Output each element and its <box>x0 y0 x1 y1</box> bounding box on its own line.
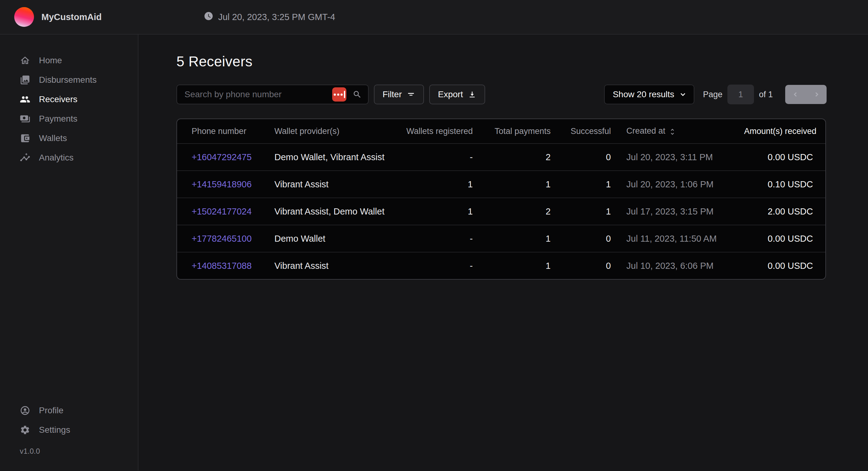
cell-created_at: Jul 11, 2023, 11:50 AM <box>611 225 744 252</box>
cell-wallets_registered: 1 <box>404 170 473 198</box>
cell-phone: +16047292475 <box>177 143 274 170</box>
cell-wallets_registered: 1 <box>404 198 473 225</box>
cell-amount: 0.00 USDC <box>744 252 826 279</box>
cell-providers: Vibrant Assist, Demo Wallet <box>274 198 404 225</box>
table-row: +14159418906Vibrant Assist111Jul 20, 202… <box>177 170 826 198</box>
cell-providers: Demo Wallet, Vibrant Assist <box>274 143 404 170</box>
receiver-phone-link[interactable]: +14085317088 <box>192 261 251 271</box>
cell-successful: 1 <box>551 170 611 198</box>
column-header-total-payments: Total payments <box>473 119 551 143</box>
filter-button[interactable]: Filter <box>374 85 424 104</box>
cell-total_payments: 1 <box>473 170 551 198</box>
sidebar: Home Disbursements Receivers Payments Wa… <box>0 35 138 470</box>
cell-created_at: Jul 20, 2023, 1:06 PM <box>611 170 744 198</box>
cell-phone: +14085317088 <box>177 252 274 279</box>
cell-wallets_registered: - <box>404 225 473 252</box>
receiver-phone-link[interactable]: +15024177024 <box>192 206 251 216</box>
app-logo <box>14 7 34 27</box>
cell-created_at: Jul 10, 2023, 6:06 PM <box>611 252 744 279</box>
cell-phone: +14159418906 <box>177 170 274 198</box>
brand-name: MyCustomAid <box>41 12 102 22</box>
chevron-down-icon <box>679 91 687 98</box>
sidebar-item-home[interactable]: Home <box>0 51 138 70</box>
payments-icon <box>19 113 31 125</box>
cell-providers: Vibrant Assist <box>274 170 404 198</box>
cell-successful: 1 <box>551 198 611 225</box>
cell-providers: Vibrant Assist <box>274 252 404 279</box>
cell-successful: 0 <box>551 225 611 252</box>
cell-created_at: Jul 20, 2023, 3:11 PM <box>611 143 744 170</box>
sidebar-item-payments[interactable]: Payments <box>0 109 138 128</box>
cell-total_payments: 1 <box>473 225 551 252</box>
search-icon[interactable] <box>352 90 362 99</box>
filter-button-label: Filter <box>382 90 402 99</box>
receiver-phone-link[interactable]: +16047292475 <box>192 152 251 162</box>
show-results-select[interactable]: Show 20 results <box>604 85 694 104</box>
export-button[interactable]: Export <box>429 85 485 104</box>
export-button-label: Export <box>438 90 463 99</box>
sidebar-item-wallets[interactable]: Wallets <box>0 128 138 148</box>
cell-successful: 0 <box>551 252 611 279</box>
download-icon <box>468 90 476 99</box>
receivers-table: Phone number Wallet provider(s) Wallets … <box>177 119 826 280</box>
sidebar-item-profile[interactable]: Profile <box>0 401 138 420</box>
sidebar-item-label: Analytics <box>39 153 73 163</box>
prev-page-button[interactable] <box>785 85 806 104</box>
cell-successful: 0 <box>551 143 611 170</box>
receiver-phone-link[interactable]: +17782465100 <box>192 234 251 243</box>
cell-total_payments: 2 <box>473 198 551 225</box>
app-version: v1.0.0 <box>0 447 138 456</box>
table-row: +15024177024Vibrant Assist, Demo Wallet1… <box>177 198 826 225</box>
receiver-phone-link[interactable]: +14159418906 <box>192 179 251 189</box>
timestamp-text: Jul 20, 2023, 3:25 PM GMT-4 <box>218 12 335 22</box>
sidebar-item-label: Disbursements <box>39 75 97 85</box>
clock-icon <box>204 11 214 23</box>
column-header-providers: Wallet provider(s) <box>274 119 404 143</box>
search-box <box>177 85 369 104</box>
cell-total_payments: 2 <box>473 143 551 170</box>
column-header-phone: Phone number <box>177 119 274 143</box>
sidebar-item-receivers[interactable]: Receivers <box>0 90 138 109</box>
sidebar-item-disbursements[interactable]: Disbursements <box>0 70 138 90</box>
show-results-label: Show 20 results <box>613 90 674 99</box>
sidebar-item-label: Receivers <box>39 95 77 104</box>
home-icon <box>19 55 31 66</box>
table-row: +17782465100Demo Wallet-10Jul 11, 2023, … <box>177 225 826 252</box>
search-input[interactable] <box>184 89 332 100</box>
settings-gear-icon <box>19 424 31 436</box>
disbursements-icon <box>19 74 31 86</box>
cell-providers: Demo Wallet <box>274 225 404 252</box>
page-count-label: of 1 <box>759 90 773 99</box>
chevron-right-icon <box>813 91 820 98</box>
cell-wallets_registered: - <box>404 143 473 170</box>
cell-amount: 2.00 USDC <box>744 198 826 225</box>
sidebar-item-analytics[interactable]: Analytics <box>0 148 138 167</box>
sidebar-item-label: Profile <box>39 406 63 415</box>
main-content: 5 Receivers Filter Export Show 20 result… <box>138 35 868 470</box>
column-header-successful: Successful <box>551 119 611 143</box>
toolbar: Filter Export Show 20 results Page of 1 <box>177 85 827 104</box>
sidebar-item-settings[interactable]: Settings <box>0 420 138 439</box>
page-title: 5 Receivers <box>177 53 827 70</box>
sidebar-footer: Profile Settings v1.0.0 <box>0 401 138 456</box>
table-body: +16047292475Demo Wallet, Vibrant Assist-… <box>177 143 826 279</box>
topbar: MyCustomAid Jul 20, 2023, 3:25 PM GMT-4 <box>0 0 868 35</box>
column-header-created-at[interactable]: Created at <box>611 119 744 143</box>
next-page-button[interactable] <box>806 85 827 104</box>
sidebar-item-label: Wallets <box>39 133 67 143</box>
cell-phone: +15024177024 <box>177 198 274 225</box>
page-number-input[interactable] <box>727 85 754 104</box>
sidebar-item-label: Payments <box>39 114 78 124</box>
pager <box>785 85 827 104</box>
lastpass-autofill-icon[interactable] <box>332 87 346 102</box>
filter-icon <box>407 90 415 99</box>
cell-amount: 0.10 USDC <box>744 170 826 198</box>
cell-total_payments: 1 <box>473 252 551 279</box>
cell-wallets_registered: - <box>404 252 473 279</box>
table-row: +14085317088Vibrant Assist-10Jul 10, 202… <box>177 252 826 279</box>
profile-icon <box>19 405 31 416</box>
sidebar-nav: Home Disbursements Receivers Payments Wa… <box>0 51 138 167</box>
cell-phone: +17782465100 <box>177 225 274 252</box>
sort-icon[interactable] <box>669 127 676 136</box>
sidebar-item-label: Home <box>39 56 62 65</box>
